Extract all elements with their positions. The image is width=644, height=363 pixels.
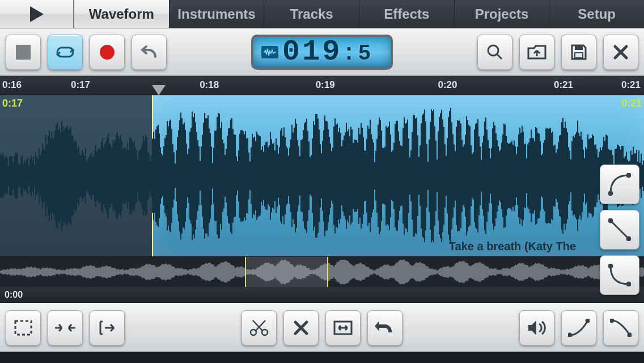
tab-projects[interactable]: Projects — [454, 0, 549, 28]
svg-rect-177 — [194, 113, 195, 239]
svg-rect-572 — [642, 165, 643, 187]
svg-rect-794 — [243, 268, 244, 277]
svg-rect-1049 — [532, 266, 533, 278]
playhead-marker[interactable] — [152, 85, 166, 95]
svg-rect-872 — [331, 265, 332, 279]
svg-rect-186 — [204, 113, 205, 239]
tab-waveform[interactable]: Waveform — [74, 0, 169, 28]
svg-rect-194 — [213, 148, 214, 204]
svg-rect-581 — [1, 271, 2, 274]
svg-rect-913 — [378, 269, 379, 275]
svg-rect-1025 — [505, 268, 506, 275]
time-display[interactable]: 019:5 — [251, 35, 393, 70]
fit-selection-button[interactable] — [325, 310, 361, 345]
svg-rect-785 — [232, 265, 234, 278]
svg-rect-655 — [85, 266, 86, 277]
svg-rect-732 — [172, 267, 173, 278]
svg-rect-200 — [220, 128, 221, 223]
fade-out-button[interactable] — [603, 310, 638, 345]
save-button[interactable] — [561, 35, 596, 70]
svg-rect-957 — [427, 267, 429, 277]
svg-rect-135 — [146, 137, 147, 214]
x-icon — [294, 320, 308, 335]
svg-rect-109 — [117, 132, 118, 220]
svg-rect-394 — [440, 113, 441, 238]
tab-setup[interactable]: Setup — [549, 0, 644, 28]
svg-rect-340 — [379, 117, 380, 234]
svg-rect-896 — [358, 264, 359, 281]
svg-rect-664 — [95, 268, 96, 277]
undo-button[interactable] — [132, 35, 167, 70]
svg-rect-1039 — [520, 264, 522, 281]
stop-button[interactable] — [6, 35, 41, 70]
svg-rect-192 — [211, 146, 212, 205]
svg-rect-233 — [257, 134, 259, 217]
svg-rect-749 — [192, 269, 193, 275]
trim-outside-button[interactable] — [48, 310, 83, 345]
svg-rect-477 — [534, 141, 535, 210]
svg-rect-941 — [409, 264, 410, 280]
marquee-select-button[interactable] — [6, 310, 41, 345]
export-button[interactable] — [519, 35, 554, 70]
svg-rect-760 — [204, 264, 205, 280]
svg-rect-260 — [288, 155, 289, 196]
overview-window[interactable] — [245, 257, 329, 287]
svg-rect-707 — [144, 265, 145, 278]
loop-button[interactable] — [48, 35, 83, 70]
fade-curve-linear-button[interactable] — [600, 210, 639, 250]
svg-rect-97 — [103, 147, 104, 204]
cut-button[interactable] — [242, 310, 277, 345]
svg-rect-878 — [338, 262, 339, 282]
svg-rect-414 — [463, 147, 464, 205]
svg-rect-621 — [46, 267, 48, 276]
svg-rect-674 — [107, 265, 108, 278]
tab-instruments[interactable]: Instruments — [169, 0, 264, 28]
svg-rect-19 — [15, 153, 16, 199]
svg-rect-264 — [293, 133, 294, 220]
svg-rect-1081 — [568, 269, 569, 274]
svg-rect-451 — [505, 125, 506, 227]
svg-rect-595 — [17, 269, 18, 275]
svg-rect-652 — [82, 267, 83, 276]
svg-rect-158 — [172, 144, 173, 208]
play-button[interactable] — [0, 0, 74, 28]
svg-rect-748 — [190, 269, 192, 275]
overview-strip[interactable] — [0, 256, 644, 287]
svg-rect-284 — [315, 114, 316, 238]
zoom-button[interactable] — [477, 35, 512, 70]
svg-rect-303 — [337, 124, 338, 228]
snap-end-button[interactable] — [90, 310, 125, 345]
tab-effects[interactable]: Effects — [359, 0, 454, 28]
svg-rect-462 — [517, 147, 518, 205]
svg-rect-222 — [245, 131, 246, 221]
svg-rect-1036 — [517, 264, 518, 280]
svg-rect-6 — [0, 154, 1, 198]
time-ruler[interactable]: 0:16 0:17 0:18 0:19 0:20 0:21 0:21 — [0, 76, 644, 95]
svg-rect-452 — [506, 136, 507, 216]
svg-rect-356 — [397, 121, 398, 231]
svg-rect-603 — [26, 267, 27, 277]
svg-rect-712 — [150, 264, 151, 280]
svg-rect-884 — [345, 260, 346, 284]
svg-rect-628 — [54, 269, 56, 276]
fade-in-button[interactable] — [561, 310, 596, 345]
svg-rect-1031 — [511, 267, 512, 277]
svg-rect-132 — [143, 136, 144, 216]
svg-rect-22 — [18, 164, 19, 188]
svg-rect-262 — [290, 140, 291, 212]
volume-button[interactable] — [519, 310, 554, 345]
svg-rect-251 — [278, 154, 279, 198]
svg-rect-958 — [429, 268, 430, 276]
delete-button[interactable] — [283, 310, 319, 345]
svg-rect-689 — [124, 271, 125, 274]
svg-rect-390 — [435, 141, 437, 212]
revert-button[interactable] — [367, 310, 402, 345]
record-button[interactable] — [90, 35, 125, 70]
svg-rect-23 — [19, 164, 20, 187]
close-button[interactable] — [603, 35, 638, 70]
fade-curve-convex-button[interactable] — [600, 164, 639, 204]
tab-tracks[interactable]: Tracks — [264, 0, 359, 28]
waveform-canvas[interactable]: 0:17 0:21 Take a breath (Katy The — [0, 95, 644, 256]
fade-curve-concave-button[interactable] — [600, 255, 639, 295]
svg-rect-895 — [357, 264, 358, 280]
